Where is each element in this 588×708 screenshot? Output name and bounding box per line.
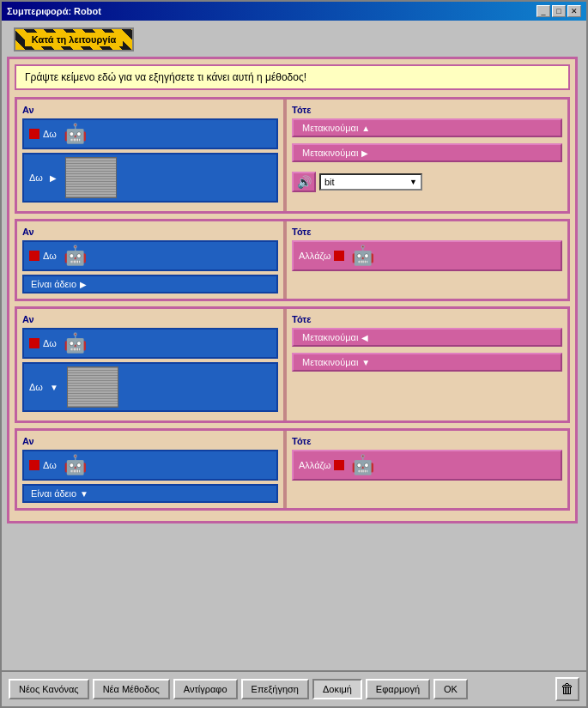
dw-label: Δω	[43, 129, 57, 139]
ok-button[interactable]: OK	[433, 679, 468, 699]
condition-label-2: Είναι άδειο	[31, 488, 76, 499]
rule-1-tote: Τότε	[292, 105, 562, 115]
rule-3-right: Τότε Μετακινούμαι Μετακινούμαι	[287, 309, 567, 421]
rule-row-3: Αν Δω 🤖 Δω Τότε	[15, 306, 570, 423]
description-text: Γράψτε κείμενο εδώ για να εξηγήσετε τι κ…	[25, 71, 306, 83]
rule-1-actions: Μετακινούμαι Μετακινούμαι 🔊 bit	[292, 118, 562, 192]
sound-row: 🔊 bit ▼	[292, 172, 562, 192]
arrow-right-icon	[50, 172, 57, 184]
rule-3-tote: Τότε	[292, 314, 562, 324]
move-right-button[interactable]: Μετακινούμαι	[292, 143, 562, 162]
robot-icon: 🤖	[64, 123, 87, 145]
rule-2-tote: Τότε	[292, 227, 562, 237]
move-up-button[interactable]: Μετακινούμαι	[292, 118, 562, 137]
arrow-down-icon	[50, 381, 58, 393]
rule-4-av: Αν	[22, 436, 278, 446]
rule-1-right: Τότε Μετακινούμαι Μετακινούμαι	[287, 100, 567, 211]
close-button[interactable]: ✕	[567, 5, 581, 17]
rule-4-tote: Τότε	[292, 436, 562, 446]
move-down-button[interactable]: Μετακινούμαι	[292, 353, 562, 372]
maximize-button[interactable]: □	[552, 5, 566, 17]
robot-icon-2: 🤖	[64, 245, 87, 267]
test-button[interactable]: Δοκιμή	[312, 679, 362, 699]
description-box: Γράψτε κείμενο εδώ για να εξηγήσετε τι κ…	[15, 64, 570, 90]
condition-label-1: Είναι άδειο	[31, 279, 76, 289]
red-square-icon	[29, 129, 39, 139]
main-panel: Γράψτε κείμενο εδώ για να εξηγήσετε τι κ…	[7, 57, 578, 523]
hazard-tab[interactable]: Κατά τη λειτουργία	[14, 27, 134, 51]
rule-3-av: Αν	[22, 314, 278, 324]
window-controls: _ □ ✕	[536, 5, 581, 17]
rule-3-do-robot[interactable]: Δω 🤖	[22, 328, 278, 359]
condition-button-2[interactable]: Είναι άδειο	[22, 484, 278, 503]
dw-label-4: Δω	[43, 338, 57, 348]
minimize-button[interactable]: _	[536, 5, 550, 17]
rule-4-right: Τότε Αλλάζω 🤖	[287, 431, 567, 508]
new-rule-button[interactable]: Νέος Κανόνας	[9, 679, 89, 699]
rule-3-left: Αν Δω 🤖 Δω	[17, 309, 283, 421]
rule-4-do-robot[interactable]: Δω 🤖	[22, 450, 278, 481]
robot-icon-6: 🤖	[351, 454, 374, 476]
red-sq-allazw-2	[334, 460, 344, 470]
main-window: Συμπεριφορά: Robot _ □ ✕ Κατά τη λειτουρ…	[0, 0, 588, 708]
cond-arrow-down	[80, 488, 88, 499]
rule-row-1: Αν Δω 🤖 Δω	[15, 97, 570, 214]
dw-label-2: Δω	[29, 172, 43, 183]
red-sq-4	[29, 460, 39, 470]
window-body: Κατά τη λειτουργία Γράψτε κείμενο εδώ γι…	[2, 21, 586, 706]
scroll-area[interactable]: Γράψτε κείμενο εδώ για να εξηγήσετε τι κ…	[2, 51, 586, 670]
trash-button[interactable]: 🗑	[555, 677, 579, 701]
robot-icon-4: 🤖	[64, 332, 87, 354]
rule-2-right: Τότε Αλλάζω 🤖	[287, 221, 567, 299]
apply-button[interactable]: Εφαρμογή	[366, 679, 430, 699]
title-bar: Συμπεριφορά: Robot _ □ ✕	[2, 2, 586, 21]
rule-3-actions: Μετακινούμαι Μετακινούμαι	[292, 328, 562, 375]
red-sq-3	[29, 338, 39, 348]
allazw-label-1: Αλλάζω	[299, 251, 330, 261]
dw-label-6: Δω	[43, 460, 57, 470]
dw-label-3: Δω	[43, 251, 57, 261]
red-sq-2	[29, 251, 39, 261]
move-right-label: Μετακινούμαι	[302, 148, 358, 158]
dw-label-5: Δω	[29, 382, 43, 392]
move-down-label: Μετακινούμαι	[302, 357, 358, 367]
move-left-label: Μετακινούμαι	[302, 332, 358, 342]
arrow-down-icon-2	[361, 357, 370, 367]
hazard-tab-label: Κατά τη λειτουργία	[25, 33, 123, 46]
allazw-block-1[interactable]: Αλλάζω 🤖	[292, 240, 562, 271]
rule-row-4: Αν Δω 🤖 Είναι άδειο Τότε	[15, 428, 570, 511]
tab-area: Κατά τη λειτουργία	[2, 24, 586, 51]
rule-2-do-robot[interactable]: Δω 🤖	[22, 240, 278, 271]
speaker-icon[interactable]: 🔊	[292, 172, 316, 192]
dropdown-arrow-icon: ▼	[409, 178, 417, 186]
allazw-label-2: Αλλάζω	[299, 460, 330, 470]
rule-3-do-gray[interactable]: Δω	[22, 362, 278, 412]
red-sq-allazw	[334, 251, 344, 261]
cond-arrow-right	[80, 279, 87, 289]
robot-icon-3: 🤖	[351, 245, 374, 267]
rule-1-do-gray[interactable]: Δω	[22, 153, 278, 203]
new-method-button[interactable]: Νέα Μέθοδος	[93, 679, 170, 699]
rule-1-av: Αν	[22, 105, 278, 115]
gray-texture-1	[65, 157, 117, 198]
explain-button[interactable]: Επεξήγηση	[241, 679, 309, 699]
arrow-right-icon-2	[361, 148, 368, 158]
arrow-up-icon	[361, 123, 370, 133]
robot-icon-5: 🤖	[64, 454, 87, 476]
rule-2-left: Αν Δω 🤖 Είναι άδειο	[17, 221, 283, 299]
rule-row-2: Αν Δω 🤖 Είναι άδειο Τότε	[15, 219, 570, 301]
move-up-label: Μετακινούμαι	[302, 123, 358, 133]
sound-dropdown[interactable]: bit ▼	[319, 173, 422, 191]
gray-texture-2	[67, 366, 118, 408]
rule-2-av: Αν	[22, 227, 278, 237]
allazw-block-2[interactable]: Αλλάζω 🤖	[292, 450, 562, 481]
move-left-button[interactable]: Μετακινούμαι	[292, 328, 562, 347]
rule-4-left: Αν Δω 🤖 Είναι άδειο	[17, 431, 283, 508]
window-title: Συμπεριφορά: Robot	[7, 6, 101, 16]
rule-1-left: Αν Δω 🤖 Δω	[17, 100, 283, 211]
condition-button-1[interactable]: Είναι άδειο	[22, 275, 278, 293]
copy-button[interactable]: Αντίγραφο	[173, 679, 238, 699]
sound-value: bit	[324, 177, 335, 187]
rule-1-do-robot[interactable]: Δω 🤖	[22, 118, 278, 149]
arrow-left-icon	[361, 332, 368, 342]
